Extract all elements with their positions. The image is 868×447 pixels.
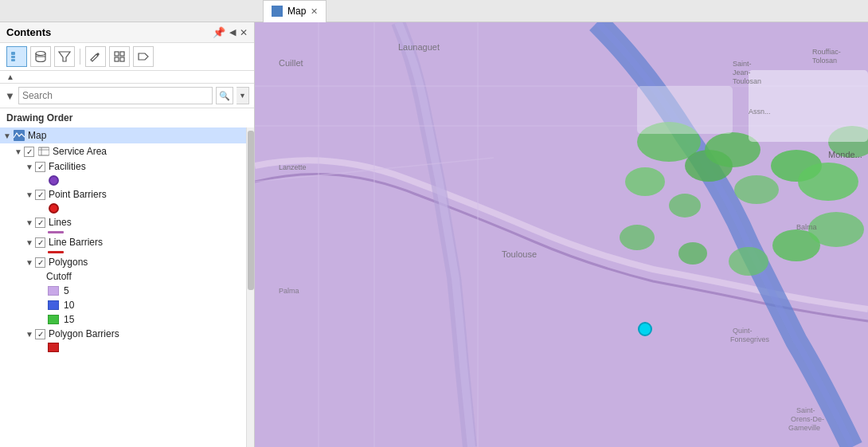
map-tab-icon (272, 6, 283, 17)
tree-item-lines[interactable]: ▼ Lines (0, 215, 246, 229)
tree-label-point-barriers: Point Barriers (49, 189, 107, 200)
tree-item-facilities-sym (0, 174, 246, 187)
expand-arrow-map[interactable]: ▼ (3, 131, 13, 140)
tree-item-lines-sym (0, 229, 246, 235)
list-icon (10, 50, 23, 63)
svg-text:Lanzette: Lanzette (279, 163, 307, 171)
tree-label-facilities: Facilities (49, 161, 86, 172)
svg-rect-6 (115, 52, 119, 56)
svg-rect-0 (11, 52, 15, 55)
facilities-symbol (46, 175, 61, 186)
sidebar-title: Contents (6, 26, 51, 38)
svg-text:Fonsegrives: Fonsegrives (730, 335, 770, 343)
filter-icon (58, 50, 71, 63)
edit-button[interactable] (85, 46, 106, 67)
cutoff-15-symbol (46, 315, 61, 324)
svg-rect-9 (120, 57, 124, 61)
pin-icon[interactable]: 📌 (213, 26, 225, 38)
map-tab[interactable]: Map ✕ (263, 0, 326, 22)
tree-label-polygon-barriers: Polygon Barriers (49, 328, 119, 339)
map-tab-close[interactable]: ✕ (311, 6, 318, 17)
grid-button[interactable] (109, 46, 130, 67)
svg-text:Rouffiac-: Rouffiac- (812, 48, 841, 56)
filter-button[interactable] (54, 46, 75, 67)
cutoff-10-rect-symbol (48, 300, 59, 310)
checkbox-line-barriers[interactable] (35, 237, 45, 248)
svg-text:Saint-: Saint- (733, 60, 752, 68)
facilities-circle-symbol (49, 175, 59, 186)
sidebar-header: Contents 📌 ◀ ✕ (0, 22, 254, 43)
collapse-icon[interactable]: ▲ (6, 73, 14, 81)
expand-arrow-point-barriers[interactable]: ▼ (25, 190, 35, 199)
svg-point-28 (798, 163, 858, 201)
cutoff-5-rect-symbol (48, 286, 59, 296)
tree-label-cutoff: Cutoff (46, 271, 72, 282)
list-view-button[interactable] (6, 46, 27, 67)
expand-arrow-polygon-barriers[interactable]: ▼ (25, 330, 35, 339)
tree-label-lines: Lines (49, 217, 72, 228)
map-canvas[interactable]: Cuillet Launaguet Saint- Jean- Toulosan … (255, 22, 868, 447)
tree-item-point-barriers[interactable]: ▼ Point Barriers (0, 187, 246, 202)
tree-item-facilities[interactable]: ▼ Facilities (0, 159, 246, 174)
svg-point-55 (639, 323, 651, 335)
svg-text:Launaguet: Launaguet (398, 42, 440, 52)
svg-rect-8 (115, 57, 119, 61)
tree-item-cutoff-10: 10 (0, 298, 246, 312)
svg-text:Balma: Balma (796, 223, 817, 231)
expand-arrow-service-area[interactable]: ▼ (14, 147, 24, 156)
svg-text:Saint-: Saint- (796, 406, 815, 414)
tree-scrollbar[interactable] (246, 127, 254, 447)
cutoff-15-rect-symbol (48, 315, 59, 324)
auto-hide-icon[interactable]: ◀ (229, 27, 236, 37)
scrollbar-thumb[interactable] (248, 131, 254, 290)
search-dropdown[interactable]: ▼ (237, 87, 249, 104)
tree-item-map[interactable]: ▼ Map (0, 127, 246, 143)
label-button[interactable] (133, 46, 154, 67)
tree-section: ▼ Map ▼ (0, 127, 254, 447)
svg-text:Quint-: Quint- (733, 327, 753, 335)
tree-item-polygon-barriers-sym (0, 341, 246, 354)
tree-label-cutoff-5: 5 (64, 285, 69, 296)
checkbox-facilities[interactable] (35, 162, 45, 172)
cutoff-10-symbol (46, 300, 61, 310)
svg-text:Toulouse: Toulouse (502, 249, 537, 259)
layer-tree: ▼ Map ▼ (0, 127, 246, 447)
checkbox-point-barriers[interactable] (35, 190, 45, 200)
tree-item-polygons[interactable]: ▼ Polygons (0, 255, 246, 269)
expand-arrow-facilities[interactable]: ▼ (25, 163, 35, 171)
point-barriers-symbol (46, 203, 61, 214)
search-button[interactable]: 🔍 (216, 87, 233, 104)
contents-toolbar (0, 43, 254, 71)
line-barriers-symbol (46, 251, 65, 253)
svg-text:Palma: Palma (279, 287, 299, 295)
search-input[interactable] (18, 87, 213, 104)
layer-icon-service-area (37, 145, 50, 158)
svg-text:Toulosan: Toulosan (733, 77, 761, 85)
checkbox-polygon-barriers[interactable] (35, 329, 45, 339)
pencil-icon (89, 50, 102, 63)
tree-label-map: Map (28, 130, 46, 141)
checkbox-service-area[interactable] (24, 147, 34, 157)
close-panel-icon[interactable]: ✕ (240, 27, 248, 38)
svg-point-31 (678, 242, 707, 265)
checkbox-polygons[interactable] (35, 257, 45, 268)
tree-item-service-area[interactable]: ▼ Service Area (0, 143, 246, 159)
tree-item-line-barriers[interactable]: ▼ Line Barriers (0, 235, 246, 249)
map-icon (13, 129, 25, 142)
expand-arrow-line-barriers[interactable]: ▼ (25, 238, 35, 247)
svg-text:Monde...: Monde... (828, 150, 862, 159)
database-view-button[interactable] (30, 46, 51, 67)
expand-arrow-polygons[interactable]: ▼ (25, 258, 35, 267)
filter-funnel-icon[interactable]: ▼ (5, 90, 15, 102)
svg-text:Assn...: Assn... (749, 108, 771, 116)
contents-panel: Contents 📌 ◀ ✕ (0, 22, 255, 447)
checkbox-lines[interactable] (35, 218, 45, 228)
sidebar-controls: 📌 ◀ ✕ (213, 26, 248, 38)
svg-text:Tolosan: Tolosan (812, 57, 837, 65)
tree-item-point-barriers-sym (0, 202, 246, 215)
expand-arrow-lines[interactable]: ▼ (25, 218, 35, 227)
tree-item-polygon-barriers[interactable]: ▼ Polygon Barriers (0, 327, 246, 341)
tree-item-cutoff-header: Cutoff (0, 269, 246, 284)
main-layout: Contents 📌 ◀ ✕ (0, 22, 868, 447)
svg-rect-35 (637, 86, 733, 134)
